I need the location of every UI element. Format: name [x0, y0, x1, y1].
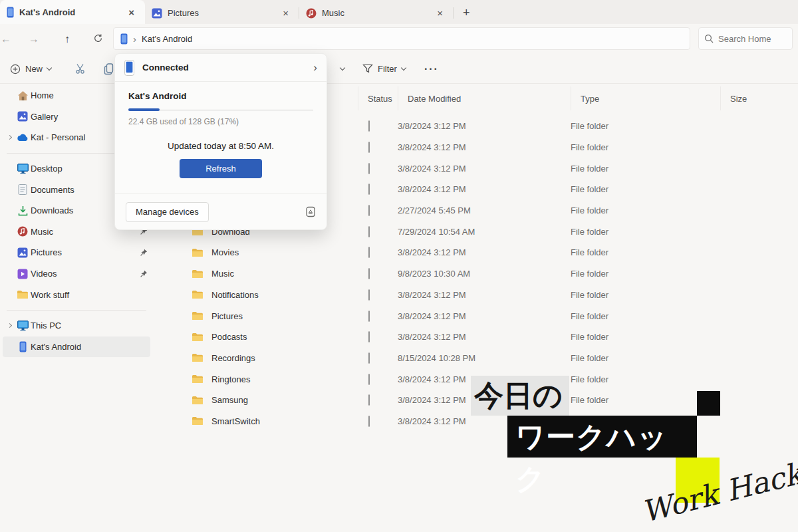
file-type: File folder [571, 184, 720, 194]
address-bar[interactable]: › Kat's Android [113, 27, 690, 50]
expand-chevron-icon[interactable] [7, 323, 11, 328]
up-button[interactable]: ↑ [56, 33, 78, 45]
pin-icon [137, 270, 150, 278]
new-button[interactable]: New [4, 58, 57, 80]
file-name: Pictures [211, 311, 243, 321]
phone-icon [124, 60, 134, 76]
tab-label: Kat's Android [19, 7, 119, 17]
pin-icon [137, 249, 150, 257]
breadcrumb[interactable]: Kat's Android [142, 34, 192, 44]
device-name: Kat's Android [128, 91, 313, 101]
new-tab-button[interactable]: + [454, 6, 479, 24]
on-device-status-icon [368, 394, 370, 406]
cut-icon [75, 63, 86, 74]
sidebar-item-work-stuff[interactable]: Work stuff [3, 284, 150, 305]
file-row[interactable]: Music9/8/2023 10:30 AMFile folder [180, 263, 798, 285]
refresh-icon [93, 33, 103, 43]
sort-chevron-icon[interactable] [340, 65, 345, 70]
sidebar-item-videos[interactable]: Videos [3, 263, 150, 285]
pictures-icon [15, 247, 31, 258]
search-input[interactable] [718, 34, 785, 44]
svg-text:Work Hack!: Work Hack! [638, 453, 798, 529]
tab-close-icon[interactable]: × [124, 7, 138, 18]
sidebar-item-this-pc[interactable]: This PC [3, 315, 150, 336]
document-icon [15, 184, 31, 195]
phone-icon [120, 33, 128, 45]
tab-close-icon[interactable]: × [279, 7, 293, 19]
file-date: 3/8/2024 3:12 PM [398, 142, 571, 152]
file-row[interactable]: Recordings8/15/2024 10:28 PMFile folder [180, 348, 798, 369]
connection-status: Connected [142, 63, 305, 72]
file-type: File folder [571, 332, 720, 342]
filter-funnel-icon [362, 64, 373, 74]
device-flyout: Connected › Kat's Android 22.4 GB used o… [114, 53, 327, 230]
file-row[interactable]: Podcasts3/8/2024 3:12 PMFile folder [180, 327, 798, 348]
refresh-button[interactable] [86, 33, 109, 46]
column-header-type[interactable]: Type [571, 86, 720, 110]
filter-button[interactable]: Filter [356, 58, 412, 80]
tab-label: Music [322, 8, 428, 18]
copy-icon [104, 63, 114, 75]
on-device-status-icon [368, 268, 370, 279]
refresh-device-button[interactable]: Refresh [180, 159, 262, 178]
sidebar-divider [7, 310, 146, 311]
on-device-status-icon [368, 142, 370, 153]
on-device-status-icon [368, 247, 370, 258]
tab-label: Pictures [168, 8, 273, 18]
folder-icon [192, 269, 203, 279]
recycle-bin-icon[interactable] [305, 206, 316, 217]
search-box[interactable] [698, 27, 793, 50]
sidebar-item-label: Videos [31, 269, 137, 279]
sidebar-item-label: Pictures [31, 247, 137, 257]
phone-icon [15, 341, 31, 352]
file-date: 7/29/2024 10:54 AM [398, 227, 571, 237]
flyout-expand-chevron-icon[interactable]: › [313, 61, 317, 74]
file-type: File folder [571, 142, 720, 152]
on-device-status-icon [368, 311, 370, 322]
file-type: File folder [571, 164, 720, 174]
file-date: 3/8/2024 3:12 PM [398, 290, 571, 300]
on-device-status-icon [368, 352, 370, 364]
cloud-icon [15, 134, 31, 142]
forward-button[interactable]: → [23, 33, 45, 45]
tab-close-icon[interactable]: × [433, 7, 447, 19]
download-icon [15, 205, 31, 216]
file-name: Podcasts [211, 332, 247, 342]
updated-text: Updated today at 8:50 AM. [128, 141, 313, 151]
file-type: File folder [571, 269, 720, 279]
back-button[interactable]: ← [0, 33, 17, 45]
file-row[interactable]: Pictures3/8/2024 3:12 PMFile folder [180, 305, 798, 327]
file-type: File folder [571, 374, 720, 384]
on-device-status-icon [368, 205, 370, 216]
file-date: 8/15/2024 10:28 PM [398, 353, 571, 363]
cut-button[interactable] [69, 58, 92, 80]
search-icon [704, 34, 714, 43]
file-row[interactable]: Notifications3/8/2024 3:12 PMFile folder [180, 285, 798, 306]
on-device-status-icon [368, 163, 370, 174]
folder-icon [192, 396, 203, 405]
filter-button-label: Filter [378, 64, 397, 74]
file-date: 3/8/2024 3:12 PM [398, 332, 571, 342]
tab-pictures[interactable]: Pictures× [145, 2, 299, 24]
see-more-button[interactable]: ··· [418, 58, 445, 80]
sidebar-item-pictures[interactable]: Pictures [3, 242, 150, 263]
new-button-label: New [25, 64, 43, 74]
file-date: 2/27/2024 5:45 PM [398, 205, 571, 215]
file-row[interactable]: Movies3/8/2024 3:12 PMFile folder [180, 242, 798, 263]
file-date: 9/8/2023 10:30 AM [398, 269, 571, 279]
tab-music[interactable]: Music× [299, 2, 454, 24]
column-header-size[interactable]: Size [720, 86, 773, 110]
file-name: Movies [211, 247, 239, 257]
on-device-status-icon [368, 184, 370, 195]
expand-chevron-icon[interactable] [7, 135, 11, 140]
manage-devices-button[interactable]: Manage devices [126, 202, 209, 222]
home-icon [15, 90, 31, 101]
filter-chevron-icon [401, 65, 406, 70]
tab-kat-s-android[interactable]: Kat's Android× [0, 0, 145, 24]
column-header-status[interactable]: Status [358, 86, 398, 110]
phone-icon [7, 7, 14, 18]
storage-text: 22.4 GB used of 128 GB (17%) [128, 117, 313, 126]
work-hack-signature: Work Hack! [635, 447, 798, 532]
column-header-date[interactable]: Date Modified [398, 86, 571, 110]
sidebar-item-kat-s-android[interactable]: Kat's Android [3, 336, 150, 358]
